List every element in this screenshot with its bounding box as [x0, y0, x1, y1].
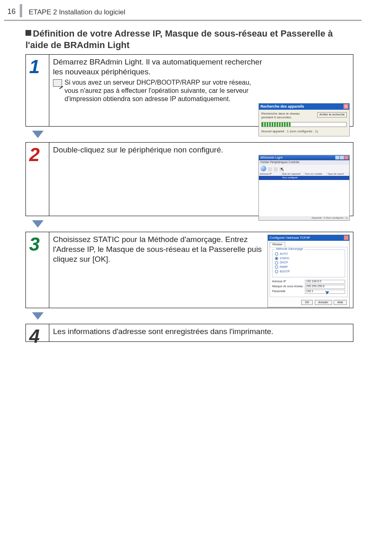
window-title: BRAdmin Light [261, 156, 282, 159]
close-icon[interactable]: × [344, 104, 348, 109]
page-number: 16 [7, 7, 16, 16]
minimize-icon[interactable] [335, 156, 339, 159]
step-1: 1 Démarrez BRAdmin Light. Il va automati… [25, 54, 353, 127]
header-divider [20, 4, 22, 17]
column-header: État de l'appareil [281, 172, 304, 176]
step-divider [49, 324, 49, 341]
mask-field[interactable]: 255.255.255.0 [305, 285, 345, 289]
dialog-title-text: Recherche des appareils [261, 104, 304, 108]
step-3-text: Choisissez STATIC pour la Méthode d'amor… [53, 235, 263, 264]
mask-label: Masque de sous-réseau [272, 285, 305, 288]
close-icon[interactable] [344, 235, 348, 240]
step-4-text: Les informations d'adresse sont enregist… [53, 327, 350, 337]
screenshot-tcpip-dialog: Configurer l'adresse TCP/IP Réseau Métho… [267, 235, 350, 307]
section-label: ETAPE 2 Installation du logiciel [29, 8, 125, 16]
step-divider [49, 232, 49, 308]
pointer-arrow-icon: ➤ [324, 288, 331, 297]
step-number-2: 2 [29, 143, 40, 166]
step-1-note: Si vous avez un serveur DHCP/BOOTP/RARP … [53, 78, 263, 103]
step-1-note-text: Si vous avez un serveur DHCP/BOOTP/RARP … [65, 79, 251, 102]
chevron-down-icon [32, 220, 44, 228]
screenshot-search-dialog: Recherche des appareils × Recherche dans… [258, 103, 350, 136]
page-title: Définition de votre Adresse IP, Masque d… [25, 28, 354, 51]
step-number-3: 3 [29, 233, 40, 255]
step-4: 4 Les informations d'adresse sont enregi… [25, 324, 353, 342]
table-row[interactable]: Non configuré [259, 176, 349, 180]
cancel-button[interactable]: Annuler [315, 300, 332, 305]
maximize-icon[interactable] [340, 156, 344, 159]
ip-field[interactable]: 192.168.0.5 [305, 280, 345, 284]
cell [327, 176, 349, 180]
radio-auto[interactable]: AUTO [275, 252, 342, 256]
help-button[interactable]: Aide [334, 300, 347, 305]
step-divider [49, 143, 49, 216]
statusbar: Appareils : 0 (Non configurés : 1) [259, 216, 349, 220]
column-header: Type de noeud [327, 172, 349, 176]
step-divider [49, 55, 49, 126]
horizontal-rule [4, 20, 362, 21]
dialog-title: Recherche des appareils × [259, 104, 349, 110]
search-text: Recherche dans le réseau pendant 6 secon… [261, 112, 311, 120]
step-3: 3 Choisissez STATIC pour la Méthode d'am… [25, 232, 353, 308]
step-2: 2 Double-cliquez sur le périphérique non… [25, 142, 353, 216]
radio-static[interactable]: STATIC [275, 257, 342, 261]
gateway-label: Passerelle [272, 290, 305, 293]
close-icon[interactable] [344, 156, 348, 159]
step-number-1: 1 [29, 55, 40, 78]
cursor-icon: ↖ [280, 166, 284, 173]
radio-dhcp[interactable]: DHCP [275, 261, 342, 265]
chevron-down-icon [32, 131, 44, 138]
radio-bootp[interactable]: BOOTP [275, 270, 342, 274]
table-header: Adresse IP État de l'appareil Nom du mod… [259, 172, 349, 176]
progress-bar [261, 122, 347, 127]
toolbar-button[interactable] [274, 167, 278, 171]
toolbar-button[interactable] [268, 167, 272, 171]
column-header: Nom du modèle [304, 172, 327, 176]
cell [259, 176, 281, 180]
tab-reseau[interactable]: Réseau [270, 242, 285, 247]
note-icon [53, 79, 62, 87]
radio-rarp[interactable]: RARP [275, 265, 342, 269]
step-number-4: 4 [29, 325, 40, 347]
gateway-field[interactable]: 192.1 ➤ [305, 290, 345, 294]
subtitle-text: Définition de votre Adresse IP, Masque d… [25, 28, 333, 50]
fieldset-legend: Méthode d'amorçage [275, 247, 304, 251]
stop-search-button[interactable]: Arrêter la recherche [317, 112, 347, 118]
square-bullet-icon [25, 30, 31, 36]
globe-icon[interactable] [261, 166, 266, 171]
ip-label: Adresse IP [272, 280, 305, 284]
column-header: Adresse IP [259, 172, 281, 176]
screenshot-bradmin-window: BRAdmin Light Fichier Périphériques Cont… [258, 155, 350, 221]
dialog-title: Configurer l'adresse TCP/IP [270, 236, 310, 240]
menubar[interactable]: Fichier Périphériques Contrôle [259, 160, 349, 165]
cell: Non configuré [281, 176, 304, 180]
search-status: Nouvel appareil : 1 (non configurés : 1) [261, 129, 347, 134]
step-2-text: Double-cliquez sur le périphérique non c… [53, 145, 267, 155]
cell [304, 176, 327, 180]
toolbar: ↖ [259, 165, 349, 172]
step-1-text: Démarrez BRAdmin Light. Il va automatiqu… [53, 57, 263, 77]
chevron-down-icon [32, 312, 44, 320]
ok-button[interactable]: OK [301, 300, 313, 305]
